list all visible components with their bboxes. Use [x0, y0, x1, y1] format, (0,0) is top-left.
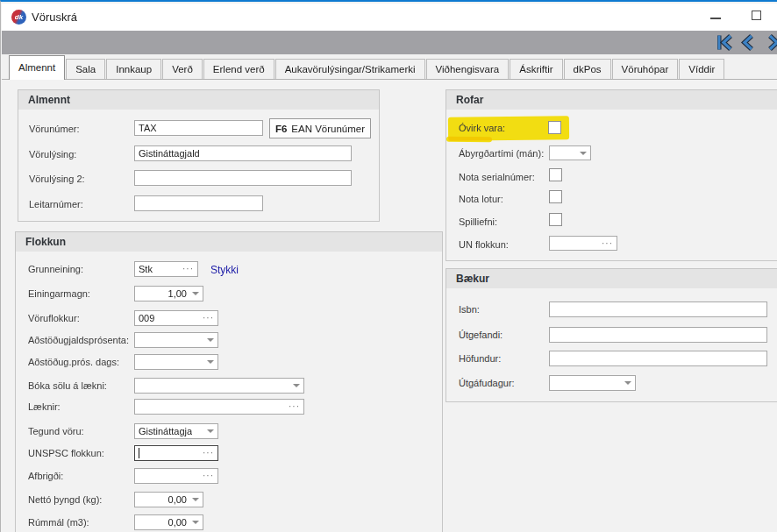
vorulysing2-input[interactable]: [134, 170, 352, 186]
vorunumer-label: Vörunúmer:: [29, 124, 79, 134]
text-cursor: [139, 448, 139, 458]
utgefandi-label: Útgefandi:: [459, 330, 503, 340]
nota-lotur-checkbox[interactable]: [549, 190, 562, 203]
first-record-icon[interactable]: [717, 34, 733, 51]
previous-record-icon[interactable]: [740, 34, 756, 51]
isbn-input[interactable]: [549, 301, 767, 317]
voruflokkur-label: Vöruflokkur:: [28, 313, 80, 323]
tegund-voru-value: Gistináttagja: [139, 426, 192, 436]
group-almennt-title: Almennt: [18, 90, 379, 110]
form-area: Almennt Vörunúmer: TAX F6 EAN Vörunúmer …: [2, 80, 777, 532]
tab-vidhengisvara[interactable]: Viðhengisvara: [426, 59, 510, 79]
tab-viddir[interactable]: Víddir: [679, 59, 724, 79]
un-flokkun-label: UN flokkun:: [459, 239, 509, 250]
vorulysing-label: Vörulýsing:: [29, 149, 76, 160]
dk-logo-icon: dk: [11, 10, 26, 25]
ean-button-label: EAN Vörunúmer: [291, 124, 365, 134]
tegund-voru-label: Tegund vöru:: [28, 426, 84, 436]
nota-serialnumer-label: Nota serialnúmer:: [459, 172, 535, 182]
group-flokkun-title: Flokkun: [16, 232, 442, 252]
leitarnumer-input[interactable]: [134, 195, 263, 211]
abyrgdartimi-dropdown-icon[interactable]: [580, 152, 587, 155]
laeknir-input[interactable]: ···: [134, 399, 304, 415]
einingarmagn-dropdown-icon[interactable]: [192, 292, 199, 295]
tab-verd[interactable]: Verð: [162, 59, 203, 79]
utgafudagur-label: Útgáfudagur:: [459, 378, 515, 388]
unspsc-flokkun-lookup-icon[interactable]: ···: [203, 450, 214, 457]
adstodugjaldsprosenta-dropdown-icon[interactable]: [207, 338, 214, 342]
title-bar: dk Vöruskrá: [2, 4, 777, 31]
ean-vorunumer-button[interactable]: F6 EAN Vörunúmer: [269, 118, 371, 138]
grunneining-lookup-icon[interactable]: ···: [182, 266, 194, 273]
un-flokkun-lookup-icon[interactable]: ···: [602, 240, 613, 247]
minimize-button[interactable]: [710, 18, 721, 19]
nota-serialnumer-checkbox[interactable]: [549, 168, 562, 181]
adstodug-pros-dags-dropdown-icon[interactable]: [207, 360, 214, 364]
einingarmagn-input[interactable]: 1,00: [134, 286, 203, 301]
tab-sala[interactable]: Sala: [66, 59, 105, 79]
abyrgdartimi-label: Ábyrgðartími (mán):: [459, 148, 544, 159]
adstodug-pros-dags-label: Aðstöðug.prós. dags:: [28, 357, 119, 367]
next-record-icon[interactable]: [766, 34, 777, 51]
tab-askriftir[interactable]: Áskriftir: [510, 59, 562, 79]
hofundur-input[interactable]: [549, 351, 767, 366]
unspsc-flokkun-input[interactable]: ···: [134, 445, 218, 461]
afbrigdi-lookup-icon[interactable]: ···: [203, 472, 214, 479]
voruflokkur-lookup-icon[interactable]: ···: [203, 315, 214, 322]
tab-erlend-verd[interactable]: Erlend verð: [203, 59, 274, 79]
utgafudagur-dropdown-icon[interactable]: [624, 381, 631, 385]
boka-solu-a-laekni-input[interactable]: [134, 378, 304, 394]
group-baekur: Bækur Isbn: Útgefandi: Höfundur: Útgáfud…: [446, 268, 777, 402]
boka-solu-a-laekni-dropdown-icon[interactable]: [293, 384, 300, 387]
vorulysing-input[interactable]: Gistináttagjald: [134, 145, 352, 161]
group-almennt: Almennt Vörunúmer: TAX F6 EAN Vörunúmer …: [18, 89, 380, 222]
tab-strip: Almennt Sala Innkaup Verð Erlend verð Au…: [2, 54, 777, 80]
unspsc-flokkun-label: UNSPSC flokkun:: [28, 448, 104, 458]
netto-thyngd-value: 0,00: [168, 494, 187, 505]
maximize-button[interactable]: [752, 11, 761, 20]
grunneining-value: Stk: [139, 264, 153, 274]
spilliefni-label: Spilliefni:: [459, 216, 497, 227]
ovirk-vara-label: Óvirk vara:: [459, 123, 505, 133]
adstodugjaldsprosenta-input[interactable]: [134, 332, 218, 348]
grunneining-label: Grunneining:: [28, 264, 83, 274]
ovirk-vara-checkbox[interactable]: [548, 121, 561, 134]
grunneining-input[interactable]: Stk ···: [134, 261, 198, 277]
adstodugjaldsprosenta-label: Aðstöðugjaldsprósenta:: [28, 335, 129, 345]
rummal-label: Rúmmál (m3):: [28, 517, 89, 528]
spilliefni-checkbox[interactable]: [549, 213, 562, 226]
adstodug-pros-dags-input[interactable]: [134, 354, 218, 370]
utgefandi-input[interactable]: [549, 327, 767, 343]
voruflokkur-input[interactable]: 009 ···: [134, 310, 218, 326]
rummal-dropdown-icon[interactable]: [192, 521, 199, 524]
laeknir-label: Læknir:: [28, 401, 61, 412]
hofundur-label: Höfundur:: [459, 353, 501, 364]
leitarnumer-label: Leitarnúmer:: [29, 199, 83, 209]
tab-almennt[interactable]: Almennt: [9, 55, 65, 80]
tab-aukavorulysingar[interactable]: Aukavörulýsingar/Strikamerki: [275, 59, 425, 79]
nota-lotur-label: Nota lotur:: [459, 194, 503, 204]
abyrgdartimi-input[interactable]: [549, 145, 591, 160]
afbrigdi-input[interactable]: ···: [134, 468, 218, 484]
tab-dkpos[interactable]: dkPos: [564, 59, 611, 79]
app-window: dk Vöruskrá Almennt Sala Innkaup Verð Er…: [0, 0, 777, 532]
group-baekur-title: Bækur: [446, 269, 777, 288]
un-flokkun-input[interactable]: ···: [549, 236, 617, 251]
isbn-label: Isbn:: [459, 304, 480, 315]
utgafudagur-input[interactable]: [549, 375, 636, 391]
netto-thyngd-dropdown-icon[interactable]: [192, 498, 199, 501]
vorunumer-value: TAX: [139, 123, 157, 133]
vorulysing2-label: Vörulýsing 2:: [29, 174, 85, 184]
tab-innkaup[interactable]: Innkaup: [106, 59, 161, 79]
vorunumer-input[interactable]: TAX: [134, 120, 263, 136]
laeknir-lookup-icon[interactable]: ···: [289, 403, 300, 410]
toolbar: [2, 31, 777, 54]
rummal-input[interactable]: 0,00: [134, 514, 203, 530]
tegund-voru-input[interactable]: Gistináttagja: [134, 423, 218, 439]
voruflokkur-value: 009: [139, 313, 154, 323]
einingarmagn-label: Einingarmagn:: [28, 288, 90, 299]
ean-fkey-label: F6: [275, 124, 287, 134]
netto-thyngd-input[interactable]: 0,00: [134, 492, 203, 507]
tegund-voru-dropdown-icon[interactable]: [207, 429, 214, 433]
tab-voruhopar[interactable]: Vöruhópar: [612, 59, 679, 79]
